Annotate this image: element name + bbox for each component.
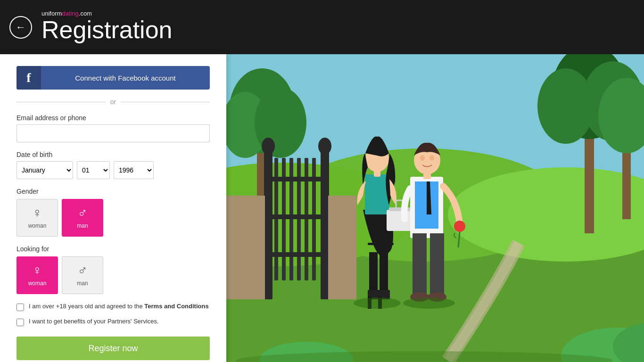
looking-man-button[interactable]: ♂ man xyxy=(62,256,103,294)
header: ← uniformdating.com Registration xyxy=(0,0,644,54)
divider-line-right xyxy=(121,102,210,102)
facebook-button-label: Connect with Facebook account xyxy=(41,74,210,82)
svg-point-21 xyxy=(318,138,331,155)
year-select[interactable]: 1996199519941993 1992199119901989 198819… xyxy=(114,161,154,179)
gender-woman-button[interactable]: ♀ woman xyxy=(17,199,58,237)
svg-rect-38 xyxy=(387,210,413,231)
svg-rect-32 xyxy=(328,196,356,299)
looking-woman-icon: ♀ xyxy=(33,264,42,277)
header-text: uniformdating.com Registration xyxy=(41,10,172,43)
month-select[interactable]: January February March April May June Ju… xyxy=(17,161,73,179)
gender-row: ♀ woman ♂ man xyxy=(17,199,210,237)
or-label: or xyxy=(110,98,116,106)
woman-gender-icon: ♀ xyxy=(33,206,42,220)
svg-point-57 xyxy=(429,155,434,161)
email-input[interactable] xyxy=(17,124,210,142)
looking-woman-button[interactable]: ♀ woman xyxy=(17,256,58,294)
svg-rect-51 xyxy=(430,233,444,295)
terms-row: I am over +18 years old and agreed to th… xyxy=(17,303,210,311)
svg-rect-18 xyxy=(264,148,272,299)
gender-man-label: man xyxy=(77,222,88,229)
svg-rect-42 xyxy=(380,252,388,295)
svg-point-58 xyxy=(454,221,465,232)
svg-point-56 xyxy=(420,155,425,161)
svg-rect-50 xyxy=(413,233,427,295)
day-select[interactable]: 01020304 05060708 09101112 13141516 1718… xyxy=(77,161,110,179)
svg-rect-41 xyxy=(369,252,378,295)
form-panel: f Connect with Facebook account or Email… xyxy=(0,54,226,362)
svg-point-61 xyxy=(403,297,455,309)
page-title: Registration xyxy=(41,16,172,43)
divider-line-left xyxy=(17,102,106,102)
terms-text: I am over +18 years old and agreed to th… xyxy=(29,303,209,310)
svg-rect-30 xyxy=(265,252,329,257)
dob-label: Date of birth xyxy=(17,151,210,158)
register-button[interactable]: Register now xyxy=(17,337,210,360)
svg-point-20 xyxy=(262,138,275,155)
dob-row: January February March April May June Ju… xyxy=(17,161,210,179)
back-icon: ← xyxy=(16,21,26,33)
email-label: Email address or phone xyxy=(17,114,210,122)
terms-link[interactable]: Terms and Conditions xyxy=(144,303,208,310)
gender-woman-label: woman xyxy=(28,222,47,229)
looking-man-label: man xyxy=(77,280,88,287)
or-divider: or xyxy=(17,98,210,106)
svg-rect-19 xyxy=(321,148,329,299)
svg-rect-35 xyxy=(365,174,389,214)
facebook-connect-button[interactable]: f Connect with Facebook account xyxy=(17,66,210,90)
back-button[interactable]: ← xyxy=(9,16,32,39)
looking-man-icon: ♂ xyxy=(78,264,88,277)
register-button-label: Register now xyxy=(88,344,138,353)
looking-row: ♀ woman ♂ man xyxy=(17,256,210,294)
facebook-icon: f xyxy=(17,66,41,90)
partners-text: I want to get benefits of your Partners'… xyxy=(29,318,159,325)
svg-rect-29 xyxy=(265,214,329,219)
gender-label: Gender xyxy=(17,188,210,195)
partners-checkbox[interactable] xyxy=(17,319,24,326)
svg-rect-28 xyxy=(265,177,329,181)
svg-point-60 xyxy=(354,297,401,309)
terms-checkbox[interactable] xyxy=(17,304,24,311)
looking-label: Looking for xyxy=(17,245,210,253)
man-gender-icon: ♂ xyxy=(78,206,88,220)
svg-rect-31 xyxy=(226,196,265,299)
looking-woman-label: woman xyxy=(28,280,47,287)
partners-row: I want to get benefits of your Partners'… xyxy=(17,318,210,326)
main-content: f Connect with Facebook account or Email… xyxy=(0,54,644,362)
gender-man-button[interactable]: ♂ man xyxy=(62,199,103,237)
